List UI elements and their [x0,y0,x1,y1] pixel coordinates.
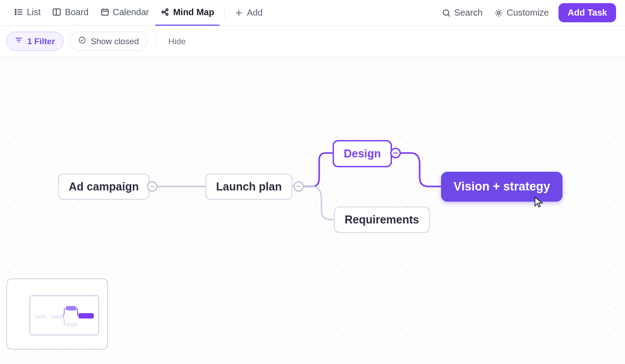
view-tab-label: Calendar [113,7,149,17]
show-closed-label: Show closed [91,37,139,46]
minimap-viewport[interactable] [29,295,99,335]
search-label: Search [454,8,483,18]
view-tab-label: List [27,7,41,17]
hide-button[interactable]: Hide [164,37,190,46]
svg-point-12 [162,11,163,13]
search-button[interactable]: Search [437,8,488,18]
svg-point-3 [15,9,16,10]
mindmap-canvas[interactable]: Ad campaign Launch plan Design Requireme… [0,57,625,364]
mindmap-node-design[interactable]: Design [333,140,392,167]
svg-line-18 [448,15,450,17]
customize-button[interactable]: Customize [489,8,554,18]
divider [224,7,225,19]
divider [155,34,156,49]
customize-label: Customize [507,8,549,18]
node-label: Vision + strategy [454,180,550,193]
check-circle-icon [78,36,86,46]
filter-label: 1 Filter [27,37,55,46]
add-task-button[interactable]: Add Task [558,3,616,22]
hide-label: Hide [168,37,186,46]
svg-rect-8 [101,9,108,15]
show-closed-pill[interactable]: Show closed [70,32,147,51]
collapse-knob[interactable] [293,181,304,192]
view-tab-board[interactable]: Board [47,0,94,26]
svg-point-17 [443,10,449,15]
list-icon [14,8,23,17]
view-tab-list[interactable]: List [9,0,46,26]
board-icon [52,8,61,17]
mindmap-node-requirements[interactable]: Requirements [334,207,430,233]
collapse-knob[interactable] [147,181,158,192]
view-tab-label: Board [65,7,88,17]
svg-point-19 [497,12,500,14]
plus-icon [234,8,243,17]
svg-point-4 [15,12,16,12]
mindmap-node-ad-campaign[interactable]: Ad campaign [58,174,150,200]
calendar-icon [100,8,109,17]
node-label: Design [344,147,381,160]
filter-icon [15,36,23,46]
view-tab-calendar[interactable]: Calendar [95,0,154,26]
view-tab-label: Mind Map [173,7,214,17]
mindmap-node-launch-plan[interactable]: Launch plan [205,174,292,200]
filter-pill[interactable]: 1 Filter [6,32,63,51]
view-tab-mindmap[interactable]: Mind Map [155,0,220,26]
svg-point-5 [15,14,16,15]
mindmap-node-vision-strategy[interactable]: Vision + strategy [441,172,562,202]
search-icon [442,8,451,17]
node-label: Requirements [345,213,419,226]
top-nav: List Board Calendar Mind Map [0,0,625,26]
collapse-knob[interactable] [390,148,401,158]
gear-icon [494,8,503,17]
filter-bar: 1 Filter Show closed Hide [0,26,625,57]
node-label: Ad campaign [69,180,139,193]
add-view-label: Add [247,8,263,18]
add-task-label: Add Task [567,8,607,17]
minimap[interactable] [6,278,108,350]
node-label: Launch plan [216,180,282,193]
add-view-button[interactable]: Add [229,8,268,18]
mindmap-icon [161,8,170,17]
